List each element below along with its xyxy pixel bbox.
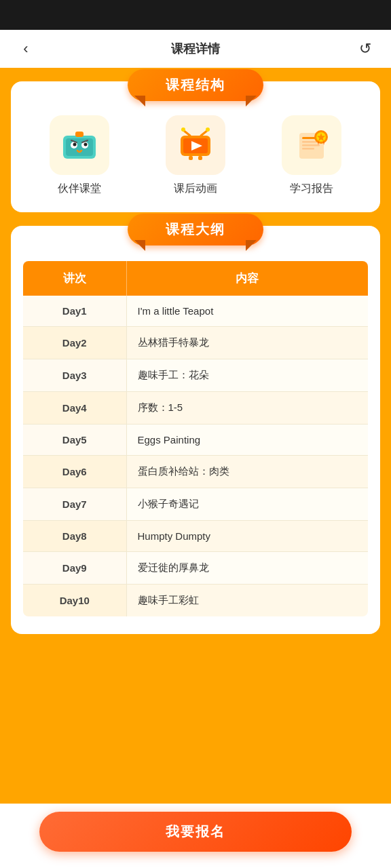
svg-point-15 [181, 127, 185, 132]
status-bar [0, 0, 391, 30]
cell-content: 趣味手工彩虹 [126, 585, 369, 618]
structure-item-report[interactable]: 学习报告 [282, 115, 341, 196]
svg-rect-16 [189, 156, 193, 160]
table-row[interactable]: Day5Eggs Painting [22, 425, 369, 456]
col-header-content: 内容 [126, 260, 369, 296]
table-row[interactable]: Day8Humpty Dumpty [22, 521, 369, 552]
curriculum-table: 讲次 内容 Day1I'm a little TeapotDay2丛林猎手特暴龙… [22, 260, 369, 618]
svg-rect-20 [302, 141, 317, 143]
curriculum-content: 讲次 内容 Day1I'm a little TeapotDay2丛林猎手特暴龙… [11, 246, 380, 634]
animation-label: 课后动画 [174, 182, 217, 196]
animation-icon [166, 115, 225, 175]
structure-header-banner: 课程结构 [128, 69, 263, 101]
structure-header-text: 课程结构 [166, 77, 225, 92]
cell-content: 蛋白质补给站：肉类 [126, 456, 369, 488]
refresh-button[interactable]: ↺ [353, 37, 377, 61]
svg-point-5 [84, 143, 88, 146]
cell-day: Day8 [22, 521, 126, 552]
table-row[interactable]: Day4序数：1-5 [22, 392, 369, 425]
table-row[interactable]: Day2丛林猎手特暴龙 [22, 327, 369, 359]
partner-label: 伙伴课堂 [58, 182, 101, 196]
table-row[interactable]: Day3趣味手工：花朵 [22, 359, 369, 392]
back-button[interactable]: ‹ [14, 37, 38, 61]
main-content: 课程结构 [0, 68, 391, 814]
cell-content: 趣味手工：花朵 [126, 359, 369, 392]
cell-day: Day3 [22, 359, 126, 392]
svg-rect-22 [302, 148, 314, 150]
svg-rect-17 [198, 156, 202, 160]
cell-day: Day5 [22, 425, 126, 456]
report-label: 学习报告 [290, 182, 333, 196]
svg-point-14 [206, 127, 210, 132]
structure-item-animation[interactable]: 课后动画 [166, 115, 225, 196]
svg-point-4 [73, 143, 77, 146]
table-row[interactable]: Day10趣味手工彩虹 [22, 585, 369, 618]
curriculum-section: 课程大纲 讲次 内容 Day1I'm a little TeapotDay2丛林… [11, 226, 380, 634]
curriculum-header-banner: 课程大纲 [128, 214, 263, 245]
svg-rect-1 [66, 138, 93, 156]
cell-day: Day4 [22, 392, 126, 425]
cell-content: 丛林猎手特暴龙 [126, 327, 369, 359]
cell-day: Day7 [22, 488, 126, 521]
partner-icon [50, 115, 109, 175]
structure-content: 伙伴课堂 [11, 102, 380, 212]
cell-content: Eggs Painting [126, 425, 369, 456]
cell-day: Day10 [22, 585, 126, 618]
cell-content: Humpty Dumpty [126, 521, 369, 552]
signup-button[interactable]: 我要报名 [39, 812, 352, 852]
cell-content: 小猴子奇遇记 [126, 488, 369, 521]
cell-content: 序数：1-5 [126, 392, 369, 425]
cell-content: 爱迁徙的厚鼻龙 [126, 552, 369, 585]
structure-section: 课程结构 [11, 81, 380, 212]
table-row[interactable]: Day7小猴子奇遇记 [22, 488, 369, 521]
table-row[interactable]: Day1I'm a little Teapot [22, 296, 369, 327]
col-header-day: 讲次 [22, 260, 126, 296]
svg-rect-21 [302, 144, 320, 146]
cell-day: Day9 [22, 552, 126, 585]
nav-bar: ‹ 课程详情 ↺ [0, 30, 391, 68]
page-title: 课程详情 [171, 41, 220, 57]
curriculum-header-text: 课程大纲 [166, 222, 225, 237]
bottom-cta: 我要报名 [0, 804, 391, 868]
svg-rect-8 [75, 132, 83, 137]
cell-day: Day1 [22, 296, 126, 327]
cell-content: I'm a little Teapot [126, 296, 369, 327]
report-icon [282, 115, 341, 175]
table-row[interactable]: Day9爱迁徙的厚鼻龙 [22, 552, 369, 585]
structure-item-partner[interactable]: 伙伴课堂 [50, 115, 109, 196]
cell-day: Day2 [22, 327, 126, 359]
cell-day: Day6 [22, 456, 126, 488]
table-row[interactable]: Day6蛋白质补给站：肉类 [22, 456, 369, 488]
